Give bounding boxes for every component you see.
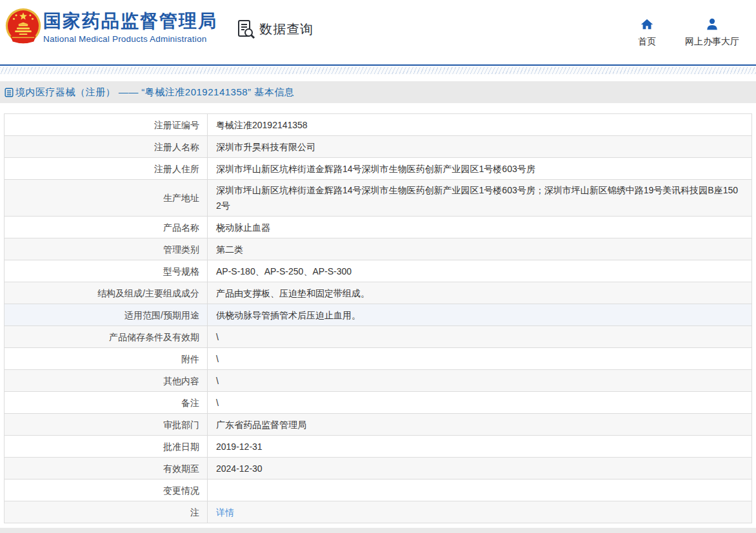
row-value: \ <box>216 354 219 364</box>
national-emblem-logo <box>5 8 42 45</box>
table-row: 变更情况 <box>5 480 752 501</box>
row-label-cell: 附件 <box>5 348 208 370</box>
nav-service-hall[interactable]: 网上办事大厅 <box>681 17 744 48</box>
table-row: 适用范围/预期用途 供桡动脉导管插管术后压迫止血用。 <box>5 304 752 326</box>
row-value: 粤械注准20192141358 <box>216 120 308 130</box>
row-value: \ <box>216 376 219 386</box>
registration-info-table-body: 注册证编号 粤械注准20192141358 注册人名称 深圳市升昊科技有限公司 … <box>5 114 752 523</box>
row-value: 深圳市坪山新区坑梓街道金辉路14号深圳市生物医药创新产业园区1号楼603号房 <box>216 164 535 174</box>
row-label-cell: 批准日期 <box>5 436 208 458</box>
table-row: 批准日期 2019-12-31 <box>5 436 752 458</box>
home-icon <box>640 17 654 32</box>
row-value-cell <box>208 480 752 501</box>
row-label: 注册证编号 <box>154 120 199 130</box>
row-label: 生产地址 <box>163 193 199 203</box>
table-row: 结构及组成/主要组成成分 产品由支撑板、压迫垫和固定带组成。 <box>5 282 752 304</box>
row-label-cell: 适用范围/预期用途 <box>5 304 208 326</box>
document-icon <box>5 88 14 97</box>
table-row: 管理类别 第二类 <box>5 238 752 260</box>
row-value-cell: 2019-12-31 <box>208 436 752 458</box>
row-label: 结构及组成/主要组成成分 <box>97 288 199 298</box>
row-label-cell: 结构及组成/主要组成成分 <box>5 282 208 304</box>
table-row: 产品储存条件及有效期 \ <box>5 326 752 348</box>
footer-strip <box>0 528 756 533</box>
row-value-cell: 粤械注准20192141358 <box>208 114 752 136</box>
row-label-cell: 审批部门 <box>5 414 208 436</box>
row-label-cell: 产品名称 <box>5 217 208 238</box>
brand-block: 国家药品监督管理局 National Medical Products Admi… <box>43 11 217 44</box>
table-row: 型号规格 AP-S-180、AP-S-250、AP-S-300 <box>5 260 752 282</box>
row-value-cell: \ <box>208 370 752 392</box>
table-row: 有效期至 2024-12-30 <box>5 458 752 480</box>
row-label: 其他内容 <box>163 376 199 386</box>
row-value-cell: \ <box>208 326 752 348</box>
row-label: 附件 <box>181 354 199 364</box>
row-value: 供桡动脉导管插管术后压迫止血用。 <box>216 310 361 320</box>
row-value: \ <box>216 332 219 342</box>
site-title-en: National Medical Products Administration <box>43 34 217 44</box>
person-icon <box>705 17 719 32</box>
detail-link[interactable]: 详情 <box>216 507 234 518</box>
row-label-cell: 其他内容 <box>5 370 208 392</box>
row-value-cell: 深圳市坪山新区坑梓街道金辉路14号深圳市生物医药创新产业园区1号楼603号房 <box>208 158 752 180</box>
row-value: \ <box>216 398 219 408</box>
table-row: 审批部门 广东省药品监督管理局 <box>5 414 752 436</box>
row-label: 有效期至 <box>163 463 199 474</box>
row-label-cell: 有效期至 <box>5 458 208 480</box>
table-row: 附件 \ <box>5 348 752 370</box>
site-title-zh: 国家药品监督管理局 <box>43 11 217 32</box>
row-label-cell: 注册证编号 <box>5 114 208 136</box>
table-row: 生产地址 深圳市坪山新区坑梓街道金辉路14号深圳市生物医药创新产业园区1号楼60… <box>5 180 752 217</box>
row-label-cell: 型号规格 <box>5 260 208 282</box>
row-label: 产品名称 <box>163 222 199 233</box>
row-label-cell: 生产地址 <box>5 180 208 217</box>
row-value: 桡动脉止血器 <box>216 222 270 233</box>
document-search-icon <box>235 18 257 40</box>
table-row: 注 详情 <box>5 501 752 523</box>
row-value-cell: 供桡动脉导管插管术后压迫止血用。 <box>208 304 752 326</box>
row-label: 型号规格 <box>163 266 199 276</box>
hatched-divider <box>0 67 756 74</box>
table-row: 产品名称 桡动脉止血器 <box>5 217 752 238</box>
row-label: 管理类别 <box>163 244 199 255</box>
table-row: 注册证编号 粤械注准20192141358 <box>5 114 752 136</box>
data-query-label: 数据查询 <box>259 21 313 38</box>
row-label-cell: 变更情况 <box>5 480 208 501</box>
row-value-cell: \ <box>208 392 752 414</box>
nav-home[interactable]: 首页 <box>632 17 662 48</box>
row-value: 广东省药品监督管理局 <box>216 420 306 430</box>
row-label-cell: 产品储存条件及有效期 <box>5 326 208 348</box>
page-title-bar: 境内医疗器械（注册） —— “粤械注准20192141358” 基本信息 <box>0 81 756 103</box>
nav-service-hall-label: 网上办事大厅 <box>685 36 739 48</box>
row-value-cell: 深圳市升昊科技有限公司 <box>208 136 752 158</box>
row-label: 适用范围/预期用途 <box>124 310 199 320</box>
row-label-cell: 注 <box>5 501 208 523</box>
row-label: 注册人名称 <box>154 142 199 152</box>
row-value: 深圳市坪山新区坑梓街道金辉路14号深圳市生物医药创新产业园区1号楼603号房；深… <box>216 185 738 211</box>
row-value: 2019-12-31 <box>216 441 263 452</box>
data-query-section[interactable]: 数据查询 <box>235 18 313 40</box>
row-value: 2024-12-30 <box>216 463 263 474</box>
row-value-cell: 第二类 <box>208 238 752 260</box>
row-value-cell: 桡动脉止血器 <box>208 217 752 238</box>
table-row: 注册人名称 深圳市升昊科技有限公司 <box>5 136 752 158</box>
row-value: 深圳市升昊科技有限公司 <box>216 142 315 152</box>
row-label-cell: 备注 <box>5 392 208 414</box>
row-label: 产品储存条件及有效期 <box>109 332 199 342</box>
row-label: 备注 <box>181 398 199 408</box>
row-value-cell: 广东省药品监督管理局 <box>208 414 752 436</box>
row-value-cell: 深圳市坪山新区坑梓街道金辉路14号深圳市生物医药创新产业园区1号楼603号房；深… <box>208 180 752 217</box>
row-label-cell: 注册人名称 <box>5 136 208 158</box>
row-value-cell: 详情 <box>208 501 752 523</box>
table-row: 其他内容 \ <box>5 370 752 392</box>
row-label: 审批部门 <box>163 420 199 430</box>
nav-home-label: 首页 <box>638 36 656 48</box>
row-value-cell: 2024-12-30 <box>208 458 752 480</box>
row-label-cell: 管理类别 <box>5 238 208 260</box>
row-value: AP-S-180、AP-S-250、AP-S-300 <box>216 266 352 276</box>
row-value-cell: 产品由支撑板、压迫垫和固定带组成。 <box>208 282 752 304</box>
table-row: 备注 \ <box>5 392 752 414</box>
row-value: 第二类 <box>216 244 243 255</box>
registration-info-table: 注册证编号 粤械注准20192141358 注册人名称 深圳市升昊科技有限公司 … <box>4 113 752 523</box>
row-value-cell: \ <box>208 348 752 370</box>
